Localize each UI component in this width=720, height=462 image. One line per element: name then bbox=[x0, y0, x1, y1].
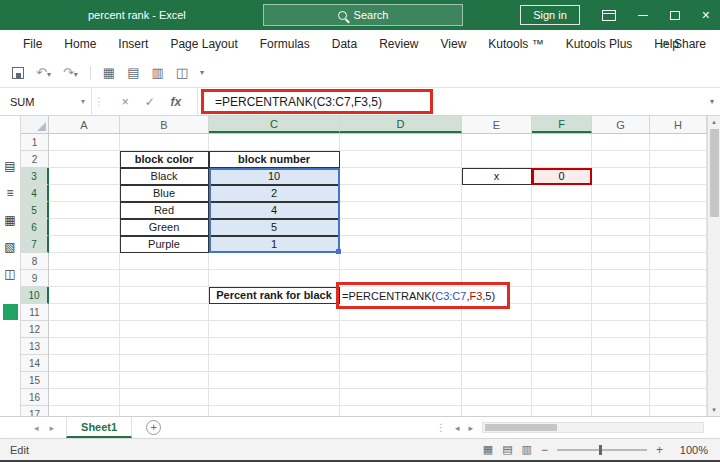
row-header-6[interactable]: 6 bbox=[21, 219, 49, 236]
cell-E12[interactable] bbox=[462, 321, 532, 338]
cell-D13[interactable] bbox=[340, 338, 462, 355]
cell-B13[interactable] bbox=[120, 338, 209, 355]
cell-C12[interactable] bbox=[209, 321, 340, 338]
row-header-2[interactable]: 2 bbox=[21, 151, 49, 168]
tab-view[interactable]: View bbox=[430, 37, 478, 51]
row-header-13[interactable]: 13 bbox=[21, 338, 49, 355]
cell-D16[interactable] bbox=[340, 389, 462, 406]
row-header-8[interactable]: 8 bbox=[21, 253, 49, 270]
cell-F5[interactable] bbox=[532, 202, 592, 219]
cell-C6[interactable]: 5 bbox=[209, 219, 340, 236]
cell-B8[interactable] bbox=[120, 253, 209, 270]
column-header-B[interactable]: B bbox=[120, 116, 209, 133]
cell-E5[interactable] bbox=[462, 202, 532, 219]
pane-workbook-icon[interactable]: ▤ bbox=[4, 160, 15, 172]
cell-C2[interactable]: block number bbox=[209, 151, 340, 168]
cell-H11[interactable] bbox=[650, 304, 707, 321]
cell-C13[interactable] bbox=[209, 338, 340, 355]
cell-F8[interactable] bbox=[532, 253, 592, 270]
cell-A13[interactable] bbox=[49, 338, 120, 355]
cell-E14[interactable] bbox=[462, 355, 532, 372]
cell-H16[interactable] bbox=[650, 389, 707, 406]
tab-review[interactable]: Review bbox=[368, 37, 429, 51]
cancel-entry-icon[interactable]: × bbox=[122, 95, 129, 109]
cell-A3[interactable] bbox=[49, 168, 120, 185]
cell-H6[interactable] bbox=[650, 219, 707, 236]
cell-E15[interactable] bbox=[462, 372, 532, 389]
cell-A10[interactable] bbox=[49, 287, 120, 304]
cell-B1[interactable] bbox=[120, 134, 209, 151]
cell-A1[interactable] bbox=[49, 134, 120, 151]
cell-A8[interactable] bbox=[49, 253, 120, 270]
scroll-up-icon[interactable]: ▴ bbox=[712, 118, 716, 126]
cell-F3[interactable]: 0 bbox=[532, 168, 592, 185]
confirm-entry-icon[interactable]: ✓ bbox=[145, 95, 155, 109]
zoom-in-icon[interactable]: + bbox=[656, 443, 663, 457]
cell-C7[interactable]: 1 bbox=[209, 236, 340, 253]
cell-F15[interactable] bbox=[532, 372, 592, 389]
page-layout-view-icon[interactable]: ▤ bbox=[502, 443, 512, 456]
cell-G2[interactable] bbox=[592, 151, 650, 168]
row-header-5[interactable]: 5 bbox=[21, 202, 49, 219]
name-box[interactable]: SUM ▾ bbox=[0, 88, 92, 115]
cell-H17[interactable] bbox=[650, 406, 707, 416]
cell-H9[interactable] bbox=[650, 270, 707, 287]
cell-H7[interactable] bbox=[650, 236, 707, 253]
cell-E16[interactable] bbox=[462, 389, 532, 406]
cell-B9[interactable] bbox=[120, 270, 209, 287]
cell-D9[interactable] bbox=[340, 270, 462, 287]
cell-D10[interactable]: =PERCENTRANK(C3:C7,F3,5) bbox=[340, 287, 462, 304]
search-input[interactable]: Search bbox=[263, 4, 463, 26]
column-header-G[interactable]: G bbox=[592, 116, 650, 133]
cell-A2[interactable] bbox=[49, 151, 120, 168]
cell-A17[interactable] bbox=[49, 406, 120, 416]
cell-F7[interactable] bbox=[532, 236, 592, 253]
cell-D7[interactable] bbox=[340, 236, 462, 253]
cell-G7[interactable] bbox=[592, 236, 650, 253]
cell-F11[interactable] bbox=[532, 304, 592, 321]
cell-A15[interactable] bbox=[49, 372, 120, 389]
share-button[interactable]: ⇗ Share bbox=[659, 37, 706, 51]
cell-C11[interactable] bbox=[209, 304, 340, 321]
add-sheet-button[interactable]: + bbox=[146, 420, 161, 435]
cell-D8[interactable] bbox=[340, 253, 462, 270]
row-header-7[interactable]: 7 bbox=[21, 236, 49, 253]
close-icon[interactable]: × bbox=[702, 8, 710, 22]
cell-E8[interactable] bbox=[462, 253, 532, 270]
zoom-out-icon[interactable]: − bbox=[541, 443, 548, 457]
cell-C17[interactable] bbox=[209, 406, 340, 416]
customize-qat-icon[interactable]: ▾ bbox=[200, 68, 204, 77]
cell-B11[interactable] bbox=[120, 304, 209, 321]
vertical-scrollbar[interactable]: ▴ ▾ bbox=[707, 116, 720, 416]
cell-D17[interactable] bbox=[340, 406, 462, 416]
tab-kutools-plus[interactable]: Kutools Plus bbox=[555, 37, 644, 51]
row-header-3[interactable]: 3 bbox=[21, 168, 49, 185]
cell-A11[interactable] bbox=[49, 304, 120, 321]
cell-F16[interactable] bbox=[532, 389, 592, 406]
row-header-9[interactable]: 9 bbox=[21, 270, 49, 287]
toolbar-grid-icon[interactable]: ▦ bbox=[103, 66, 115, 79]
cell-G15[interactable] bbox=[592, 372, 650, 389]
cell-G1[interactable] bbox=[592, 134, 650, 151]
ribbon-display-options-icon[interactable] bbox=[602, 10, 616, 21]
cell-H8[interactable] bbox=[650, 253, 707, 270]
cell-G3[interactable] bbox=[592, 168, 650, 185]
cell-F4[interactable] bbox=[532, 185, 592, 202]
cell-E11[interactable] bbox=[462, 304, 532, 321]
cell-B3[interactable]: Black bbox=[120, 168, 209, 185]
cell-E17[interactable] bbox=[462, 406, 532, 416]
cell-H4[interactable] bbox=[650, 185, 707, 202]
cell-B14[interactable] bbox=[120, 355, 209, 372]
tab-insert[interactable]: Insert bbox=[107, 37, 159, 51]
cell-A6[interactable] bbox=[49, 219, 120, 236]
cell-E9[interactable] bbox=[462, 270, 532, 287]
cell-C16[interactable] bbox=[209, 389, 340, 406]
vertical-scrollbar-thumb[interactable] bbox=[710, 129, 719, 217]
select-all-corner[interactable] bbox=[21, 116, 49, 133]
row-header-10[interactable]: 10 bbox=[21, 287, 49, 304]
cell-H14[interactable] bbox=[650, 355, 707, 372]
column-header-D[interactable]: D bbox=[340, 116, 462, 133]
cell-B2[interactable]: block color bbox=[120, 151, 209, 168]
tab-data[interactable]: Data bbox=[321, 37, 368, 51]
tab-file[interactable]: File bbox=[12, 37, 53, 51]
